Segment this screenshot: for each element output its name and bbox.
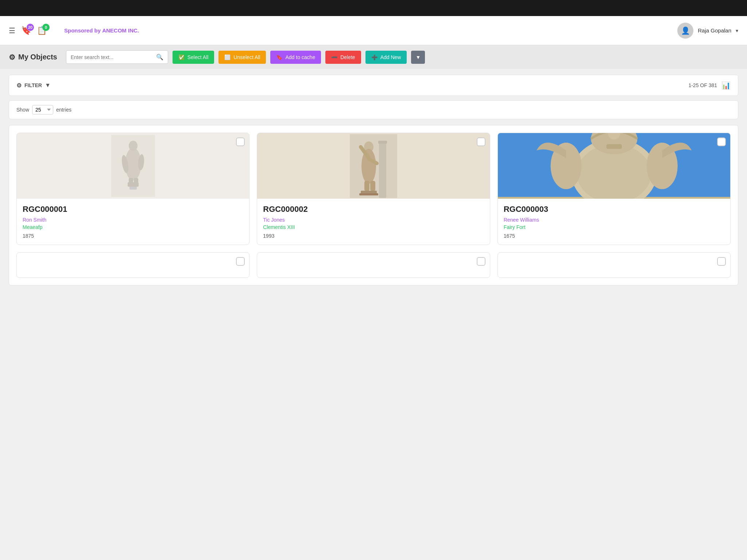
page-title: ⚙ My Objects [9, 53, 57, 62]
entries-select[interactable]: 10 25 50 100 [32, 105, 53, 114]
card-row2-3[interactable] [498, 252, 731, 278]
card-body-1: RGC000001 Ron Smith Meaeafp 1875 [17, 199, 249, 245]
svg-rect-24 [589, 158, 639, 197]
down-arrow-icon: ▼ [415, 54, 421, 60]
svg-rect-17 [370, 181, 375, 191]
filter-label: FILTER [24, 82, 42, 88]
card-collection-2: Clementis XIII [263, 224, 484, 230]
user-name: Raja Gopalan [698, 27, 731, 34]
avatar: 👤 [677, 23, 693, 39]
filter-bar: ⚙ FILTER ▼ 1-25 OF 381 📊 [9, 75, 738, 96]
top-bar [0, 0, 747, 16]
cards-grid: RGC000001 Ron Smith Meaeafp 1875 [16, 133, 731, 245]
add-icon: ➕ [371, 54, 378, 60]
search-box: 🔍 [66, 50, 168, 64]
card-rgc000002[interactable]: RGC000002 Tic Jones Clementis XIII 1993 [257, 133, 490, 245]
sponsored-text: Sponsored by ANECOM INC. [64, 27, 139, 34]
card-image-3 [498, 133, 730, 199]
card-row2-1[interactable] [16, 252, 249, 278]
select-all-button[interactable]: ✅ Select All [173, 51, 214, 64]
filter-adjust-icon: ⚙ [9, 53, 15, 62]
add-new-button[interactable]: ➕ Add New [365, 51, 407, 64]
svg-rect-11 [378, 141, 387, 144]
svg-rect-16 [364, 181, 369, 191]
delete-icon: ➖ [331, 54, 337, 60]
search-icon: 🔍 [156, 54, 163, 61]
card-body-3: RGC000003 Renee Williams Fairy Fort 1675 [498, 199, 730, 245]
card-rgc000001[interactable]: RGC000001 Ron Smith Meaeafp 1875 [16, 133, 249, 245]
svg-rect-8 [134, 178, 138, 185]
bookmark-button[interactable]: 🔖 20 [21, 26, 31, 35]
svg-rect-19 [359, 193, 378, 195]
more-options-button[interactable]: ▼ [411, 51, 425, 64]
card-image-2 [257, 133, 489, 199]
card-id-2: RGC000002 [263, 205, 484, 214]
card-collection-1: Meaeafp [23, 224, 243, 230]
search-input[interactable] [71, 54, 156, 60]
card-checkbox-row2-1[interactable] [236, 257, 245, 266]
card-body-2: RGC000002 Tic Jones Clementis XIII 1993 [257, 199, 489, 245]
card-checkbox-row2-2[interactable] [477, 257, 485, 266]
card-checkbox-2[interactable] [477, 137, 485, 146]
list-badge: 0 [42, 24, 50, 31]
card-author-1: Ron Smith [23, 217, 243, 223]
unselect-all-button[interactable]: ⬜ Unselect All [218, 51, 266, 64]
bookmark-add-icon: 🔖 [276, 54, 282, 60]
cards-grid-row2 [16, 252, 731, 278]
filter-section[interactable]: ⚙ FILTER ▼ [16, 82, 51, 89]
card-checkbox-3[interactable] [717, 137, 726, 146]
main-content: ⚙ FILTER ▼ 1-25 OF 381 📊 Show 10 25 50 1… [0, 69, 747, 291]
card-author-2: Tic Jones [263, 217, 484, 223]
chart-icon[interactable]: 📊 [721, 81, 731, 90]
card-id-3: RGC000003 [504, 205, 724, 214]
card-rgc000003[interactable]: RGC000003 Renee Williams Fairy Fort 1675 [498, 133, 731, 245]
header: ☰ 🔖 20 📋 0 Sponsored by ANECOM INC. 👤 Ra… [0, 16, 747, 45]
card-collection-3: Fairy Fort [504, 224, 724, 230]
card-id-1: RGC000001 [23, 205, 243, 214]
card-year-3: 1675 [504, 233, 724, 239]
card-checkbox-1[interactable] [236, 137, 245, 146]
list-button[interactable]: 📋 0 [37, 26, 47, 35]
unselect-all-icon: ⬜ [224, 54, 231, 60]
card-year-2: 1993 [263, 233, 484, 239]
card-image-1 [17, 133, 249, 199]
add-to-cache-button[interactable]: 🔖 Add to cache [270, 51, 321, 64]
svg-rect-29 [606, 144, 622, 149]
toolbar: ⚙ My Objects 🔍 ✅ Select All ⬜ Unselect A… [0, 45, 747, 69]
show-entries-bar: Show 10 25 50 100 entries [9, 100, 738, 119]
user-chevron-icon[interactable]: ▾ [736, 28, 738, 34]
pagination-info: 1-25 OF 381 📊 [688, 81, 731, 90]
svg-rect-10 [379, 141, 386, 198]
svg-rect-7 [129, 178, 133, 185]
svg-point-4 [129, 141, 138, 151]
card-author-3: Renee Williams [504, 217, 724, 223]
card-checkbox-row2-3[interactable] [717, 257, 726, 266]
cards-container: RGC000001 Ron Smith Meaeafp 1875 [9, 125, 738, 285]
funnel-icon: ▼ [45, 82, 51, 89]
delete-button[interactable]: ➖ Delete [325, 51, 361, 64]
header-left: ☰ 🔖 20 📋 0 Sponsored by ANECOM INC. [9, 26, 139, 35]
sliders-icon: ⚙ [16, 82, 22, 89]
card-row2-2[interactable] [257, 252, 490, 278]
svg-point-13 [361, 149, 376, 184]
svg-rect-18 [361, 191, 377, 194]
select-all-icon: ✅ [178, 54, 185, 60]
card-year-1: 1875 [23, 233, 243, 239]
bookmark-badge: 20 [27, 24, 34, 31]
header-right: 👤 Raja Gopalan ▾ [677, 23, 738, 39]
menu-icon[interactable]: ☰ [9, 26, 15, 35]
